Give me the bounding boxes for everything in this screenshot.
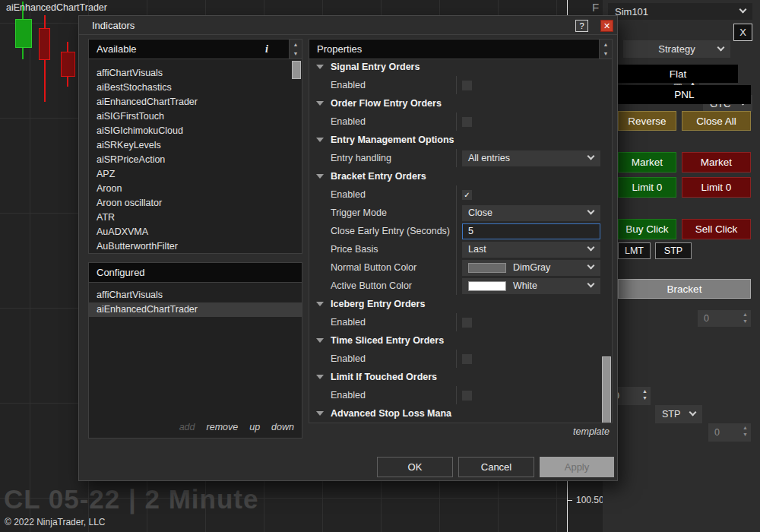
chart-watermark: CL 05-22 | 2 Minute bbox=[4, 484, 258, 515]
properties-scroll-arrows[interactable]: ▲▼ bbox=[599, 40, 612, 59]
collapse-triangle-icon[interactable] bbox=[316, 138, 324, 142]
down-link[interactable]: down bbox=[271, 422, 294, 432]
property-category[interactable]: Advanced Stop Loss Mana bbox=[309, 404, 612, 423]
sell-click-button[interactable]: Sell Click bbox=[682, 219, 751, 239]
list-item[interactable]: AuADXVMA bbox=[89, 225, 302, 239]
list-item[interactable]: affiChartVisuals bbox=[89, 288, 302, 302]
up-link[interactable]: up bbox=[249, 422, 260, 432]
property-row: Enabled bbox=[309, 350, 612, 368]
list-item[interactable]: aiSRKeyLevels bbox=[89, 138, 302, 153]
apply-button[interactable]: Apply bbox=[540, 457, 614, 477]
list-item[interactable]: aiSIGIchimokuCloud bbox=[89, 124, 302, 138]
property-category[interactable]: Iceberg Entry Orders bbox=[309, 295, 612, 313]
checkbox-unchecked[interactable] bbox=[462, 318, 472, 328]
add-link[interactable]: add bbox=[179, 422, 195, 432]
reverse-button[interactable]: Reverse bbox=[618, 111, 676, 131]
normal-button-color-select[interactable]: DimGray bbox=[462, 260, 600, 276]
lmt-button[interactable]: LMT bbox=[618, 242, 651, 259]
close-all-button[interactable]: Close All bbox=[682, 111, 751, 131]
stop-qty-spinner[interactable]: 0 ▲▼ bbox=[698, 310, 751, 327]
available-scrollbar-thumb[interactable] bbox=[292, 61, 301, 79]
property-row: Entry handling All entries bbox=[309, 149, 612, 167]
checkbox-unchecked[interactable] bbox=[462, 117, 472, 127]
stp-button[interactable]: STP bbox=[655, 242, 692, 259]
color-swatch bbox=[468, 263, 506, 273]
list-item[interactable]: Aroon bbox=[89, 182, 302, 196]
list-item[interactable]: APZ bbox=[89, 167, 302, 182]
spinner-arrows[interactable]: ▲▼ bbox=[642, 388, 648, 401]
entry-handling-select[interactable]: All entries bbox=[462, 150, 600, 166]
checkbox-unchecked[interactable] bbox=[462, 81, 472, 90]
property-row: Trigger Mode Close bbox=[309, 204, 612, 222]
strategy-close-button[interactable]: X bbox=[733, 24, 752, 41]
list-item-selected[interactable]: aiEnhancedChartTrader bbox=[89, 302, 302, 317]
configured-actions: add remove up down bbox=[179, 422, 294, 432]
collapse-triangle-icon[interactable] bbox=[316, 338, 324, 343]
list-item[interactable]: affiChartVisuals bbox=[89, 66, 302, 81]
configured-header: Configured bbox=[88, 262, 302, 283]
bracket-button[interactable]: Bracket bbox=[618, 279, 751, 299]
bracket-qty2-spinner[interactable]: 0 ▲▼ bbox=[708, 423, 751, 442]
buy-limit-button[interactable]: Limit 0 bbox=[618, 177, 676, 198]
buy-click-button[interactable]: Buy Click bbox=[618, 219, 676, 239]
chevron-down-icon bbox=[587, 262, 595, 270]
close-icon[interactable]: ✕ bbox=[600, 20, 613, 32]
chart-trader-panel: Sim101 Strategy X ▦ ▲▼ GTC Flat PNL Reve… bbox=[603, 0, 760, 532]
template-link[interactable]: template bbox=[573, 426, 610, 437]
collapse-triangle-icon[interactable] bbox=[316, 65, 324, 69]
cancel-button[interactable]: Cancel bbox=[458, 457, 534, 477]
property-row: Normal Button Color DimGray bbox=[309, 258, 612, 277]
list-item[interactable]: aiBestStochastics bbox=[89, 81, 302, 95]
property-category[interactable]: Signal Entry Orders bbox=[309, 59, 612, 76]
list-item[interactable]: ATR bbox=[89, 211, 302, 225]
sell-limit-button[interactable]: Limit 0 bbox=[682, 177, 751, 198]
collapse-triangle-icon[interactable] bbox=[316, 174, 324, 179]
configured-list[interactable]: affiChartVisuals aiEnhancedChartTrader a… bbox=[88, 283, 302, 439]
collapse-triangle-icon[interactable] bbox=[316, 375, 324, 379]
spinner-arrows[interactable]: ▲▼ bbox=[743, 424, 748, 438]
candle-body bbox=[15, 19, 32, 48]
strategy-select-value: Strategy bbox=[658, 43, 695, 55]
property-category[interactable]: Order Flow Entry Orders bbox=[309, 94, 612, 112]
list-item[interactable]: aiEnhancedChartTrader bbox=[89, 95, 302, 109]
property-category[interactable]: Entry Management Options bbox=[309, 131, 612, 149]
property-category[interactable]: Time Sliced Entry Orders bbox=[309, 331, 612, 350]
price-axis-value: 100.50 bbox=[576, 495, 604, 505]
available-list[interactable]: affiChartVisuals aiBestStochastics aiEnh… bbox=[88, 59, 302, 254]
close-early-entry-input[interactable]: 5 bbox=[462, 223, 600, 239]
trigger-mode-select[interactable]: Close bbox=[462, 205, 600, 221]
available-scroll-arrows[interactable]: ▲▼ bbox=[289, 40, 302, 59]
checkbox-unchecked[interactable] bbox=[462, 391, 472, 401]
strategy-select[interactable]: Strategy bbox=[623, 40, 730, 58]
chevron-down-icon bbox=[689, 409, 697, 416]
account-select[interactable]: Sim101 bbox=[608, 3, 752, 20]
chevron-down-icon bbox=[739, 6, 747, 14]
list-item[interactable]: aiSIGFirstTouch bbox=[89, 109, 302, 124]
collapse-triangle-icon[interactable] bbox=[316, 302, 324, 306]
chevron-down-icon bbox=[587, 207, 595, 215]
checkbox-unchecked[interactable] bbox=[462, 354, 472, 364]
ok-button[interactable]: OK bbox=[377, 457, 453, 477]
spinner-arrows[interactable]: ▲▼ bbox=[743, 311, 748, 325]
buy-market-button[interactable]: Market bbox=[618, 152, 676, 173]
list-item[interactable]: Aroon oscillator bbox=[89, 196, 302, 211]
properties-scrollbar-thumb[interactable] bbox=[602, 356, 611, 423]
chevron-down-icon bbox=[587, 280, 595, 288]
bracket-order-type-select[interactable]: STP bbox=[655, 405, 702, 423]
list-item[interactable]: aiSRPriceAction bbox=[89, 153, 302, 167]
property-category[interactable]: Limit If Touched Orders bbox=[309, 368, 612, 386]
account-select-value: Sim101 bbox=[615, 6, 648, 17]
collapse-triangle-icon[interactable] bbox=[316, 411, 324, 416]
info-icon[interactable]: i bbox=[265, 43, 268, 55]
remove-link[interactable]: remove bbox=[207, 422, 239, 432]
help-button[interactable]: ? bbox=[575, 20, 588, 32]
sell-market-button[interactable]: Market bbox=[682, 152, 751, 173]
price-basis-select[interactable]: Last bbox=[462, 242, 600, 258]
checkbox-checked[interactable]: ✓ bbox=[462, 190, 472, 200]
property-category[interactable]: Bracket Entry Orders bbox=[309, 167, 612, 185]
collapse-triangle-icon[interactable] bbox=[316, 101, 324, 106]
dialog-title: Indicators bbox=[92, 20, 135, 31]
list-item[interactable]: AuButterworthFilter bbox=[89, 239, 302, 254]
dialog-titlebar[interactable]: Indicators ? ✕ bbox=[79, 16, 617, 35]
active-button-color-select[interactable]: White bbox=[462, 278, 600, 294]
